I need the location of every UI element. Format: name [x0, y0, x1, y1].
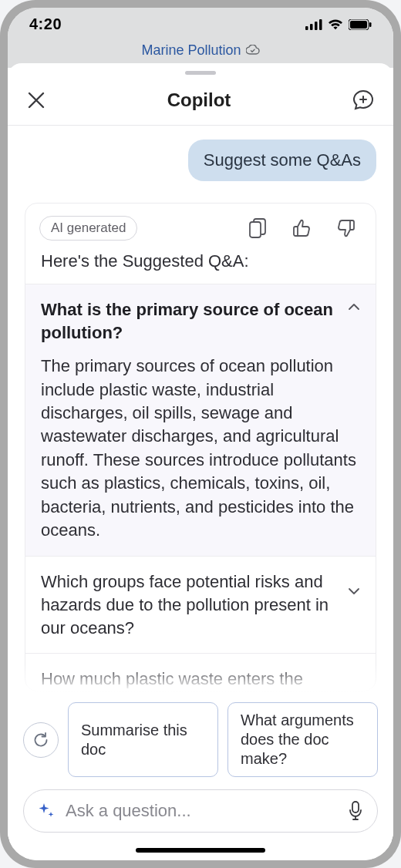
qa-answer: The primary sources of ocean pollution i…	[41, 355, 360, 542]
ai-generated-tag: AI generated	[39, 216, 137, 241]
battery-icon	[349, 19, 372, 30]
card-intro: Here's the Suggested Q&A:	[25, 248, 376, 284]
qa-item-collapsed[interactable]: Which groups face potential risks and ha…	[25, 556, 376, 653]
home-indicator[interactable]	[136, 848, 265, 853]
refresh-icon	[32, 732, 49, 749]
thumbs-down-button[interactable]	[337, 219, 356, 237]
close-icon	[26, 90, 46, 110]
thumbs-up-icon	[292, 219, 311, 237]
status-time: 4:20	[29, 15, 62, 33]
thumbs-down-icon	[337, 219, 356, 237]
copilot-sheet: Copilot Suggest some Q&As AI generated	[8, 63, 393, 860]
svg-rect-2	[315, 22, 318, 30]
chevron-up-icon	[348, 303, 360, 311]
card-header: AI generated	[25, 204, 376, 248]
doc-title[interactable]: Marine Pollution	[141, 42, 259, 59]
new-chat-button[interactable]	[352, 89, 375, 112]
suggestion-text: What arguments does the doc make?	[241, 711, 365, 769]
svg-rect-5	[350, 21, 367, 29]
qa-question: What is the primary source of ocean poll…	[41, 298, 337, 344]
copy-button[interactable]	[249, 218, 266, 238]
input-row[interactable]: Ask a question...	[23, 789, 378, 833]
svg-rect-0	[305, 26, 308, 30]
cloud-sync-icon	[246, 45, 260, 56]
chevron-down-icon	[348, 587, 360, 595]
qa-question: How much plastic waste enters the	[41, 668, 303, 691]
sparkle-icon	[38, 802, 55, 819]
device-frame: 4:20	[0, 0, 401, 868]
svg-rect-7	[250, 222, 261, 237]
suggestion-chip[interactable]: Summarise this doc	[68, 702, 218, 777]
user-message: Suggest some Q&As	[188, 140, 376, 181]
copy-icon	[249, 218, 266, 238]
qa-question: Which groups face potential risks and ha…	[41, 570, 337, 639]
screen: 4:20	[8, 8, 393, 860]
suggestion-chip[interactable]: What arguments does the doc make?	[227, 702, 378, 777]
status-bar: 4:20	[8, 8, 393, 42]
input-placeholder[interactable]: Ask a question...	[66, 801, 337, 821]
svg-rect-3	[319, 19, 322, 30]
svg-rect-6	[369, 22, 372, 27]
sheet-title: Copilot	[167, 89, 231, 111]
sheet-header: Copilot	[8, 75, 393, 126]
chat-area: Suggest some Q&As AI generated	[8, 126, 393, 691]
bottom-bar: Summarise this doc What arguments does t…	[8, 691, 393, 848]
thumbs-up-button[interactable]	[292, 219, 311, 237]
mic-icon	[348, 801, 363, 821]
suggestion-text: Summarise this doc	[81, 721, 205, 759]
svg-rect-8	[352, 802, 359, 812]
qa-item-collapsed[interactable]: How much plastic waste enters the	[25, 653, 376, 691]
mic-button[interactable]	[348, 801, 363, 821]
card-actions	[249, 218, 362, 238]
wifi-icon	[328, 19, 343, 30]
refresh-suggestions-button[interactable]	[23, 722, 59, 758]
new-chat-icon	[352, 89, 375, 112]
svg-rect-1	[310, 24, 313, 30]
doc-title-text: Marine Pollution	[141, 42, 241, 59]
close-button[interactable]	[26, 90, 46, 110]
status-icons	[305, 19, 372, 30]
cellular-icon	[305, 19, 322, 30]
qa-item-expanded[interactable]: What is the primary source of ocean poll…	[25, 284, 376, 556]
ai-response-card: AI generated	[25, 203, 376, 691]
suggestion-row: Summarise this doc What arguments does t…	[23, 702, 378, 777]
